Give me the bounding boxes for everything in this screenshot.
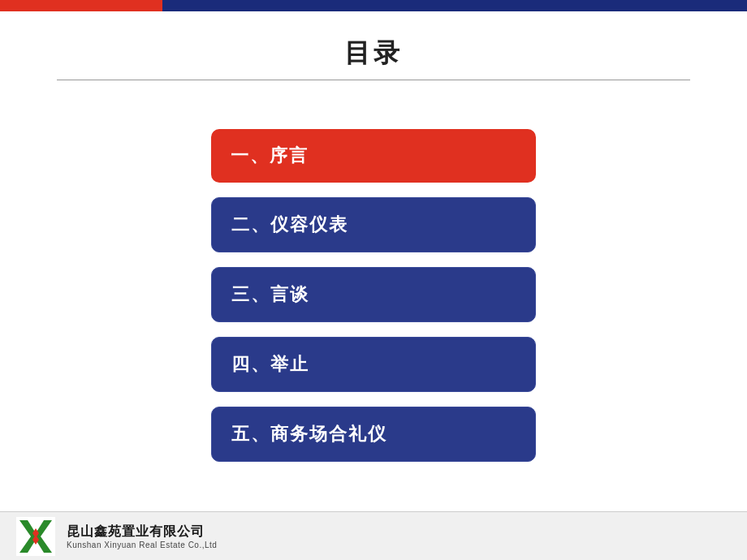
- footer-text: 昆山鑫苑置业有限公司 Kunshan Xinyuan Real Estate C…: [67, 523, 217, 549]
- footer: 昆山鑫苑置业有限公司 Kunshan Xinyuan Real Estate C…: [0, 511, 747, 560]
- menu-item-3[interactable]: 三、言谈: [211, 267, 536, 322]
- top-bar: [0, 0, 747, 11]
- menu-item-5[interactable]: 五、商务场合礼仪: [211, 407, 536, 462]
- company-logo: [16, 517, 55, 556]
- page-title: 目录: [49, 36, 698, 71]
- title-section: 目录: [0, 11, 747, 88]
- menu-container: 一、序言 二、仪容仪表 三、言谈 四、举止 五、商务场合礼仪: [0, 129, 747, 462]
- menu-item-4[interactable]: 四、举止: [211, 337, 536, 392]
- company-name-cn: 昆山鑫苑置业有限公司: [67, 523, 217, 541]
- top-bar-blue: [162, 0, 747, 11]
- top-bar-red: [0, 0, 162, 11]
- company-name-en: Kunshan Xinyuan Real Estate Co.,Ltd: [67, 541, 217, 549]
- menu-item-2[interactable]: 二、仪容仪表: [211, 197, 536, 252]
- menu-item-1[interactable]: 一、序言: [211, 129, 536, 183]
- title-divider: [57, 80, 690, 80]
